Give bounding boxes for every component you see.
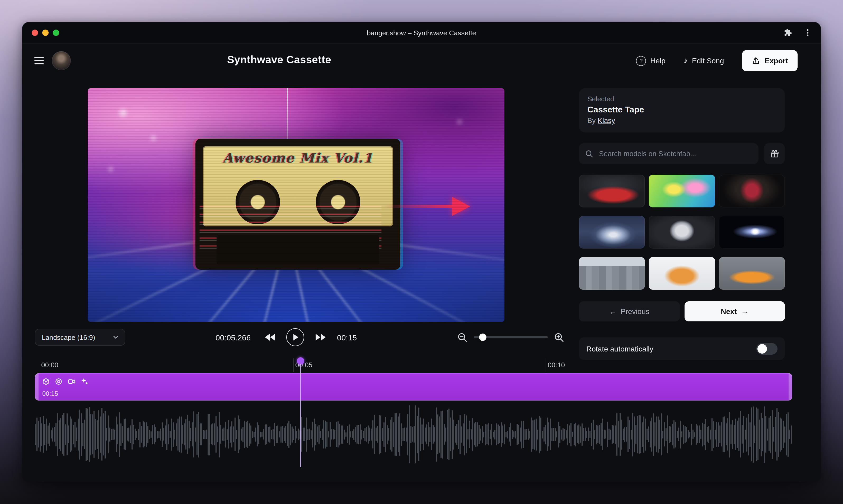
model-thumb-red-sports-car[interactable] xyxy=(579,175,645,208)
desktop-wallpaper: banger.show – Synthwave Cassette Synthwa… xyxy=(0,0,843,504)
surprise-model-button[interactable] xyxy=(764,143,785,164)
waveform-bar xyxy=(648,427,649,442)
waveform-bar xyxy=(623,429,624,440)
red-arrow-tail xyxy=(383,205,457,208)
hamburger-menu-icon[interactable] xyxy=(33,54,46,67)
waveform-bar xyxy=(235,417,236,451)
play-icon xyxy=(293,334,299,341)
author-link[interactable]: Klasy xyxy=(598,116,615,125)
zoom-out-icon[interactable] xyxy=(458,332,467,342)
rewind-button[interactable] xyxy=(264,333,276,341)
waveform-bar xyxy=(360,424,361,444)
waveform-bar xyxy=(377,426,378,443)
user-avatar[interactable] xyxy=(52,51,71,70)
waveform-bar xyxy=(48,425,49,444)
waveform-bar xyxy=(354,429,355,440)
video-preview[interactable]: Awesome Mix Vol.1 xyxy=(88,88,504,322)
model-thumb-orange-toy-car[interactable] xyxy=(719,257,785,290)
waveform-bar xyxy=(339,424,340,445)
model-thumb-shiba-dog[interactable] xyxy=(649,257,715,290)
waveform-bar xyxy=(610,429,611,439)
ruler-tick-label: 00:10 xyxy=(548,361,565,369)
waveform-bar xyxy=(246,422,247,447)
waveform-bar xyxy=(288,420,290,448)
waveform-bar xyxy=(654,422,655,447)
cassette-handwritten-text: Awesome Mix Vol.1 xyxy=(203,150,393,166)
waveform-bar xyxy=(320,431,321,438)
waveform-bar xyxy=(55,422,56,446)
minimize-window-button[interactable] xyxy=(42,30,49,36)
waveform-bar xyxy=(555,428,556,441)
zoom-slider[interactable] xyxy=(474,328,548,346)
waveform-bar xyxy=(165,425,166,444)
previous-page-button[interactable]: ← Previous xyxy=(579,301,679,321)
model-thumb-skull[interactable] xyxy=(649,216,715,249)
waveform-bar xyxy=(257,422,258,447)
waveform-bar xyxy=(148,426,149,443)
waveform-bar xyxy=(450,417,451,451)
waveform-bar xyxy=(185,419,187,450)
playhead-handle[interactable] xyxy=(297,357,304,365)
waveform-bar xyxy=(770,416,771,453)
waveform-bar xyxy=(209,414,210,455)
header-actions: ? Help ♪ Edit Song Export xyxy=(636,50,797,71)
waveform-bar xyxy=(330,422,331,447)
timeline-ruler[interactable]: 00:00 00:05 00:10 xyxy=(35,358,792,372)
waveform-bar xyxy=(750,422,751,447)
model-thumb-spiral-galaxy[interactable] xyxy=(719,216,785,249)
waveform-bar xyxy=(759,419,760,449)
help-button[interactable]: ? Help xyxy=(636,56,666,66)
zoom-slider-knob[interactable] xyxy=(479,334,486,341)
kebab-menu-icon[interactable] xyxy=(802,27,813,38)
fast-forward-button[interactable] xyxy=(315,333,326,341)
close-window-button[interactable] xyxy=(32,30,38,36)
search-input[interactable] xyxy=(598,149,752,158)
fullscreen-window-button[interactable] xyxy=(53,30,59,36)
waveform-bar xyxy=(54,427,55,442)
waveform-bar xyxy=(677,431,678,438)
timeline-clip[interactable]: 00:15 xyxy=(35,373,792,400)
waveform-bar xyxy=(769,417,770,451)
waveform-bar xyxy=(369,428,370,441)
waveform-bar xyxy=(734,425,735,444)
waveform-bar xyxy=(680,420,681,448)
waveform-bar xyxy=(542,430,543,438)
waveform-bar xyxy=(108,415,109,453)
waveform-bar xyxy=(493,431,494,437)
waveform-bar xyxy=(453,419,454,449)
waveform-bar xyxy=(60,418,61,451)
rotate-toggle[interactable] xyxy=(756,343,777,354)
waveform-bar xyxy=(168,424,169,444)
model-thumb-fantasy-warrior[interactable] xyxy=(719,175,785,208)
waveform-bar xyxy=(412,427,413,442)
red-arrow-icon xyxy=(452,197,470,216)
model-thumb-city-buildings[interactable] xyxy=(579,257,645,290)
export-icon xyxy=(751,56,760,65)
current-time: 00:05.266 xyxy=(216,333,254,342)
extensions-icon[interactable] xyxy=(782,27,793,38)
waveform-bar xyxy=(204,430,205,439)
export-button[interactable]: Export xyxy=(742,50,797,71)
waveform-bar xyxy=(423,418,424,450)
waveform-bar xyxy=(499,426,500,443)
waveform-bar xyxy=(591,423,592,446)
model-thumb-angel-in-clouds[interactable] xyxy=(579,216,645,249)
waveform-bar xyxy=(791,425,792,444)
waveform-bar xyxy=(756,408,757,461)
waveform-bar xyxy=(130,425,131,443)
play-button[interactable] xyxy=(286,328,304,346)
waveform-bar xyxy=(154,424,155,444)
next-page-button[interactable]: Next → xyxy=(684,301,785,321)
waveform-bar xyxy=(311,430,312,439)
waveform-bar xyxy=(364,428,365,441)
audio-waveform[interactable] xyxy=(35,403,792,466)
waveform-bar xyxy=(357,425,358,444)
aspect-ratio-select[interactable]: Landscape (16:9) xyxy=(35,329,125,346)
model-thumb-anime-girl[interactable] xyxy=(649,175,715,208)
waveform-bar xyxy=(128,427,130,442)
waveform-bar xyxy=(715,429,716,439)
titlebar: banger.show – Synthwave Cassette xyxy=(22,22,821,44)
edit-song-button[interactable]: ♪ Edit Song xyxy=(684,56,724,65)
chevron-down-icon xyxy=(112,334,119,341)
zoom-in-icon[interactable] xyxy=(554,332,564,342)
